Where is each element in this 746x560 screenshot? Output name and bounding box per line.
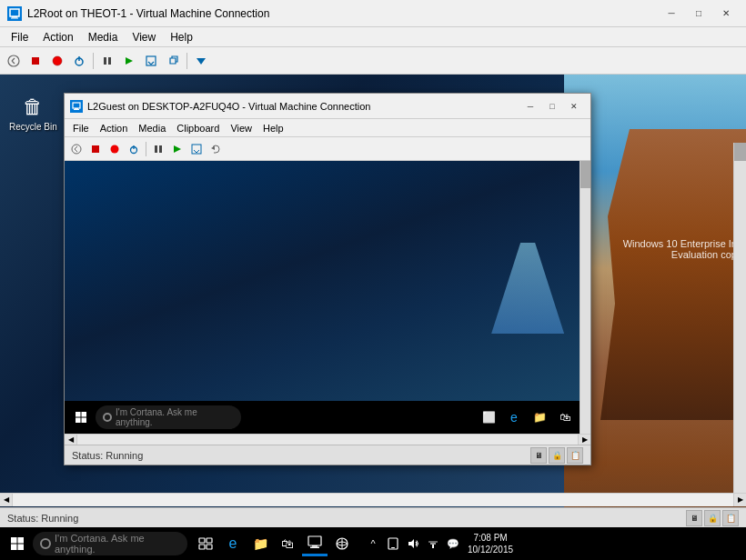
outer-minimize-button[interactable]: ─ — [659, 5, 684, 23]
outer-toolbar-sep2 — [186, 53, 187, 69]
inner-menu-media[interactable]: Media — [133, 122, 171, 135]
systray-volume-icon[interactable] — [404, 531, 422, 556]
outer-tool-down[interactable] — [191, 51, 211, 71]
outer-tool-power[interactable] — [69, 51, 89, 71]
inner-tool-undo[interactable] — [207, 140, 225, 158]
inner-search-bar[interactable]: I'm Cortana. Ask me anything. — [96, 405, 241, 429]
inner-scroll-track[interactable] — [77, 435, 578, 445]
inner-menu-help[interactable]: Help — [257, 122, 289, 135]
outer-tool-red-circle[interactable] — [47, 51, 67, 71]
outer-search-bar[interactable]: I'm Cortana. Ask me anything. — [33, 532, 187, 555]
inner-start-button[interactable] — [68, 405, 94, 430]
outer-task-view-icon[interactable] — [193, 531, 218, 556]
inner-tool-save[interactable] — [187, 140, 206, 158]
svg-rect-34 — [199, 538, 205, 543]
inner-menu-view[interactable]: View — [225, 122, 257, 135]
inner-minimize-button[interactable]: ─ — [519, 98, 541, 115]
inner-status-lock-icon[interactable]: 🔒 — [549, 447, 565, 464]
svg-rect-32 — [11, 545, 17, 551]
inner-close-button[interactable]: ✕ — [563, 98, 585, 115]
outer-menu-action[interactable]: Action — [35, 29, 80, 45]
outer-menu-help[interactable]: Help — [163, 29, 200, 45]
outer-search-text: I'm Cortana. Ask me anything. — [55, 533, 180, 555]
svg-rect-31 — [18, 537, 25, 544]
inner-toolbar-sep — [146, 142, 146, 156]
systray-network-taskbar-icon[interactable] — [424, 531, 442, 556]
inner-scroll-right-btn[interactable]: ▶ — [578, 435, 590, 445]
recycle-bin-label: Recycle Bin — [9, 122, 57, 132]
outer-scroll-track[interactable] — [13, 494, 733, 506]
inner-menu-action[interactable]: Action — [95, 122, 134, 135]
outer-store-icon[interactable]: 🛍 — [275, 531, 300, 556]
outer-maximize-button[interactable]: □ — [686, 5, 711, 23]
svg-rect-9 — [108, 57, 111, 65]
svg-marker-12 — [197, 58, 206, 65]
outer-explorer-icon[interactable]: 📁 — [247, 531, 273, 556]
outer-tool-pause[interactable] — [97, 51, 117, 71]
svg-rect-29 — [82, 418, 87, 424]
systray-notification-icon[interactable]: 💬 — [444, 531, 462, 556]
inner-store-icon[interactable]: 🛍 — [554, 406, 576, 428]
outer-network-icon[interactable] — [329, 531, 355, 556]
inner-menu-clipboard[interactable]: Clipboard — [171, 122, 225, 135]
outer-scroll-right-btn[interactable]: ▶ — [733, 494, 746, 506]
inner-edge-icon[interactable]: e — [503, 406, 525, 428]
outer-vm-icon-taskbar[interactable] — [302, 531, 328, 556]
system-clock[interactable]: 7:08 PM 10/12/2015 — [464, 532, 517, 555]
outer-search-icon — [40, 538, 51, 549]
outer-desktop-bg: Windows 10 Enterprise In Evaluation cop … — [0, 75, 746, 560]
outer-toolbar-sep1 — [93, 53, 94, 69]
inner-tool-play[interactable] — [168, 140, 186, 158]
inner-tool-power[interactable] — [125, 140, 143, 158]
outer-menu-view[interactable]: View — [125, 29, 163, 45]
outer-status-right-icons: 🖥 🔒 📋 — [686, 510, 739, 526]
outer-scroll-left-btn[interactable]: ◀ — [0, 494, 13, 506]
outer-edge-icon[interactable]: e — [220, 531, 246, 556]
inner-vm-taskbar: I'm Cortana. Ask me anything. ⬜ e 📁 🛍 — [65, 401, 580, 434]
inner-status-clipboard-icon[interactable]: 📋 — [567, 447, 583, 464]
svg-rect-21 — [155, 145, 157, 153]
inner-explorer-icon[interactable]: 📁 — [529, 406, 550, 428]
recycle-bin[interactable]: 🗑 Recycle Bin — [9, 93, 57, 132]
svg-marker-23 — [174, 145, 181, 153]
inner-menu-file[interactable]: File — [67, 122, 95, 135]
outer-status-clipboard-icon[interactable]: 📋 — [722, 510, 739, 526]
svg-rect-35 — [207, 538, 212, 543]
outer-tool-back[interactable] — [4, 51, 24, 71]
outer-content-area: Windows 10 Enterprise In Evaluation cop … — [0, 75, 746, 560]
inner-maximize-button[interactable]: □ — [541, 98, 563, 115]
outer-close-button[interactable]: ✕ — [713, 5, 739, 23]
outer-start-button[interactable] — [4, 530, 31, 557]
inner-scroll-left-btn[interactable]: ◀ — [65, 435, 77, 445]
svg-rect-40 — [310, 546, 319, 548]
outer-menu-file[interactable]: File — [4, 29, 35, 45]
inner-tool-red-circle[interactable] — [106, 140, 124, 158]
outer-tool-restore[interactable] — [163, 51, 183, 71]
outer-scrollbar-right[interactable] — [733, 143, 746, 505]
svg-rect-26 — [76, 412, 81, 417]
svg-rect-2 — [11, 17, 18, 18]
inner-task-view-icon[interactable]: ⬜ — [478, 406, 499, 428]
outer-menu-media[interactable]: Media — [81, 29, 126, 45]
inner-tool-stop[interactable] — [86, 140, 105, 158]
outer-tool-stop[interactable] — [25, 51, 45, 71]
outer-tool-save[interactable] — [141, 51, 161, 71]
outer-status-monitor-icon[interactable]: 🖥 — [686, 510, 702, 526]
inner-title-text: L2Guest on DESKTOP-A2FUQ4O - Virtual Mac… — [87, 101, 519, 112]
outer-status-lock-icon[interactable]: 🔒 — [704, 510, 721, 526]
inner-status-monitor-icon[interactable]: 🖥 — [530, 447, 547, 464]
systray-tablet-icon[interactable] — [384, 531, 402, 556]
outer-tool-play[interactable] — [119, 51, 139, 71]
svg-rect-13 — [73, 103, 80, 108]
outer-scrollbar-bottom: ◀ ▶ — [0, 493, 746, 505]
inner-tool-pause[interactable] — [149, 140, 167, 158]
svg-marker-10 — [126, 57, 133, 65]
svg-rect-36 — [199, 545, 205, 549]
svg-marker-45 — [408, 539, 414, 548]
systray-expand-icon[interactable]: ^ — [364, 531, 382, 556]
inner-tool-back[interactable] — [67, 140, 86, 158]
inner-status-right-icons: 🖥 🔒 📋 — [530, 447, 583, 464]
inner-vm-scrollbar-right[interactable] — [580, 161, 590, 434]
svg-rect-30 — [11, 537, 17, 544]
cliff-rock — [600, 129, 746, 420]
